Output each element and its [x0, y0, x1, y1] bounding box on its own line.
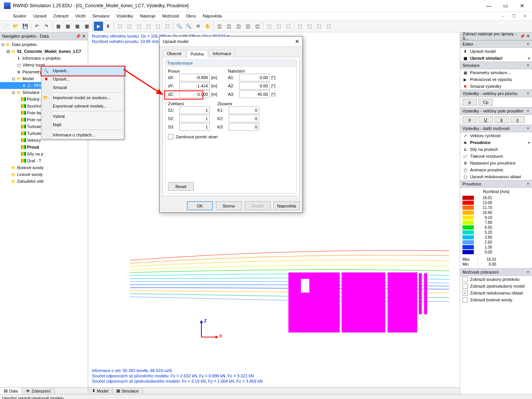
toolbar-icon[interactable]: ✋	[203, 22, 212, 31]
k2-input[interactable]	[229, 115, 259, 122]
chevron-down-icon[interactable]: ▼	[526, 42, 530, 46]
toolbar-icon[interactable]: ⬚	[295, 22, 304, 31]
a2-input[interactable]	[239, 82, 270, 90]
toolbar-icon[interactable]: ◫	[215, 22, 224, 31]
k3-input[interactable]	[229, 123, 259, 131]
toolbar-icon[interactable]: ▦	[73, 22, 82, 31]
k1-input[interactable]	[229, 106, 259, 114]
ctx-vybrat[interactable]: Vybrat	[41, 112, 124, 120]
toolbar-icon[interactable]: ▶	[94, 22, 103, 31]
menu-napoveda[interactable]: Nápověda	[200, 13, 225, 19]
ctx-import[interactable]: 📂Importovat model ze souboru...	[41, 93, 124, 102]
toolbar-icon[interactable]: ⏸	[103, 22, 112, 31]
edit-reduced-item[interactable]: ▢Upravit redukovanou oblast	[460, 173, 532, 180]
minimize-button[interactable]: —	[480, 0, 497, 11]
edit-model-item[interactable]: ⬍Upravit model	[460, 48, 532, 55]
maximize-button[interactable]: ▭	[497, 0, 514, 11]
toolbar-icon[interactable]: 📂	[11, 22, 20, 31]
continue-calc-item[interactable]: ▶Pokračovat ve výpočtu	[460, 76, 532, 83]
toolbar-icon[interactable]: ⬚	[314, 22, 323, 31]
ctx-opravit[interactable]: ✖Opravit...	[41, 75, 124, 83]
toolbar-icon[interactable]: ⬚	[144, 22, 153, 31]
tab-simulace[interactable]: ▦Simulace	[112, 388, 143, 394]
member-forces-item[interactable]: ⇊Síly na prutech	[460, 146, 532, 153]
pressure-residual-item[interactable]: 📈Tlakové reziduum	[460, 153, 532, 160]
dy-input[interactable]	[179, 82, 210, 90]
toolbar-icon[interactable]: ⟲	[193, 22, 203, 31]
a3-input[interactable]	[239, 90, 270, 98]
reset-button[interactable]: Reset	[168, 182, 194, 191]
menu-upravit[interactable]: Upravit	[30, 13, 49, 19]
toolbar-icon[interactable]: ⬚	[283, 22, 293, 31]
ok-button[interactable]: OK	[187, 201, 213, 210]
menu-vysledky[interactable]: Výsledky	[113, 13, 136, 19]
tab-data[interactable]: ▤Data	[0, 388, 22, 394]
pouzit-button[interactable]: Použít	[245, 201, 271, 210]
mdi-close-icon[interactable]: ✕	[520, 13, 530, 19]
a1-input[interactable]	[239, 74, 270, 81]
toolbar-icon[interactable]: 📄	[2, 22, 11, 31]
napoveda-button[interactable]: Nápověda	[274, 201, 299, 210]
dx-input[interactable]	[179, 74, 210, 81]
close-icon[interactable]: ✕	[295, 38, 299, 44]
toolbar-icon[interactable]: 🔍	[174, 22, 184, 31]
toolbar-icon[interactable]: ◫	[234, 22, 243, 31]
ctx-export[interactable]: Exportovat vybrané modely...	[41, 102, 124, 110]
s3-input[interactable]	[179, 123, 210, 131]
k-button[interactable]: k	[494, 116, 509, 123]
menu-simulace[interactable]: Simulace	[89, 13, 112, 19]
p-button[interactable]: p	[462, 116, 477, 123]
tab-model[interactable]: ⬍Model	[88, 388, 112, 394]
storno-button[interactable]: Storno	[216, 201, 242, 210]
pin-icon[interactable]: 📌	[520, 34, 525, 39]
close-icon[interactable]: ✕	[526, 34, 530, 39]
ctx-smazat[interactable]: Smazat	[41, 83, 124, 92]
menu-moznosti[interactable]: Možnosti	[159, 13, 182, 19]
mdi-restore-icon[interactable]: ❐	[509, 13, 519, 19]
toolbar-icon[interactable]: ⬚	[115, 22, 124, 31]
toolbar-icon[interactable]: ▦	[82, 22, 91, 31]
toolbar-icon[interactable]: 🔍	[184, 22, 193, 31]
dz-input[interactable]	[179, 90, 210, 98]
toolbar-icon[interactable]: ⬚	[274, 22, 283, 31]
toolbar-icon[interactable]: ⬚	[264, 22, 274, 31]
velocity-vectors-item[interactable]: ↗Vektory rychlostí	[460, 132, 532, 139]
chk-probes[interactable]: Zobrazit bodové sondy	[460, 296, 532, 303]
toolbar-icon[interactable]: ⬚	[134, 22, 143, 31]
toolbar-icon[interactable]: ⬚	[305, 22, 314, 31]
s1-input[interactable]	[179, 106, 210, 114]
stream-settings-item[interactable]: ⚙Nastavení pro proudnice	[460, 160, 532, 166]
close-button[interactable]: ✕	[514, 0, 530, 11]
toolbar-icon[interactable]: ⬚	[153, 22, 162, 31]
s2-input[interactable]	[179, 115, 210, 122]
cp-button[interactable]: Cp	[478, 99, 493, 106]
toolbar-icon[interactable]: ⬚	[324, 22, 333, 31]
menu-okno[interactable]: Okno	[183, 13, 199, 19]
tab-zobrazeni[interactable]: 👁Zobrazení	[22, 388, 55, 394]
menu-soubor[interactable]: Soubor	[10, 13, 29, 19]
toolbar-icon[interactable]: ⬚	[163, 22, 172, 31]
ctx-najit[interactable]: Najít	[41, 120, 124, 129]
toolbar-icon[interactable]: ↷	[42, 22, 51, 31]
pin-icon[interactable]: 📌	[76, 34, 81, 39]
close-icon[interactable]: ✕	[82, 34, 86, 39]
ctx-chyby[interactable]: Informace o chybách...	[41, 131, 124, 139]
toolbar-icon[interactable]: ◫	[253, 22, 262, 31]
toolbar-icon[interactable]: ↶	[32, 22, 41, 31]
lock-ratio-checkbox[interactable]: Zamknout poměr stran	[168, 133, 294, 140]
p-button[interactable]: p	[462, 99, 477, 106]
menu-vlozit[interactable]: Vložit	[72, 13, 89, 19]
toolbar-icon[interactable]: ▦	[54, 22, 63, 31]
toolbar-icon[interactable]: ⬚	[125, 22, 134, 31]
chk-reduced[interactable]: ✓Zobrazit redukovanou oblast	[460, 290, 532, 296]
u-button[interactable]: U	[478, 116, 493, 123]
toolbar-icon[interactable]: ◫	[224, 22, 233, 31]
edit-sim-item[interactable]: ▦Upravit simulaci◂	[460, 55, 532, 62]
streamlines-item[interactable]: ≋Proudnice◂	[460, 139, 532, 146]
menu-zobrazit[interactable]: Zobrazit	[50, 13, 71, 19]
tab-obecne[interactable]: Obecné	[163, 50, 186, 57]
e-button[interactable]: ε	[510, 116, 525, 123]
toolbar-icon[interactable]: ◫	[243, 22, 252, 31]
chk-simplified[interactable]: Zobrazit zjednodušený model	[460, 283, 532, 290]
tab-informace[interactable]: Informace	[209, 50, 236, 57]
